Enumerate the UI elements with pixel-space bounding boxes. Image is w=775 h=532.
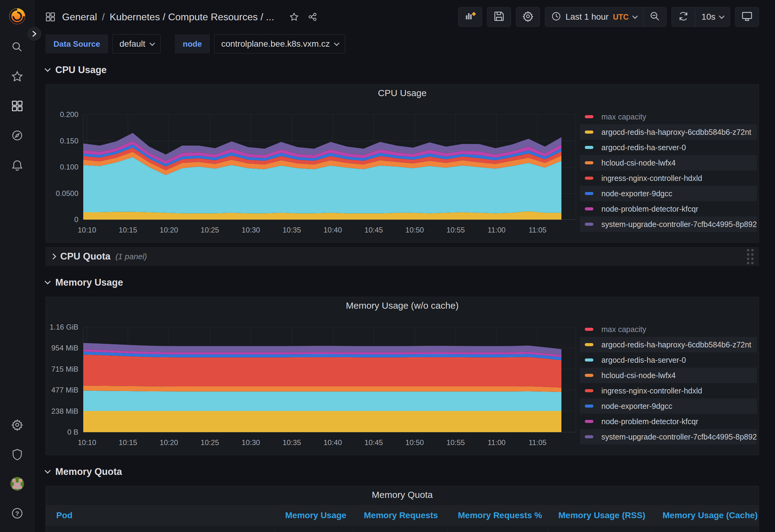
timezone-label: UTC	[613, 13, 628, 22]
legend-item[interactable]: node-problem-detector-kfcqr	[580, 201, 757, 217]
dashboard-header: General / Kubernetes / Compute Resources…	[45, 0, 759, 34]
y-axis-label: 0	[74, 215, 78, 224]
legend-swatch	[585, 374, 593, 377]
legend-item[interactable]: max capacity	[580, 322, 757, 337]
breadcrumb-separator: /	[102, 11, 105, 23]
shield-icon	[11, 448, 23, 461]
legend-item[interactable]: argocd-redis-ha-server-0	[580, 352, 757, 368]
legend-item[interactable]: max capacity	[580, 109, 757, 124]
gear-icon	[11, 419, 23, 432]
datasource-select[interactable]: default	[112, 34, 161, 53]
series-area-ingress-nginx-controller-hdxld	[83, 354, 562, 388]
legend-swatch	[585, 223, 593, 226]
breadcrumb-title[interactable]: Kubernetes / Compute Resources / ...	[110, 11, 274, 23]
section-memory-usage[interactable]: Memory Usage	[45, 275, 759, 290]
cpu-usage-chart[interactable]: 00.05000.1000.1500.20010:1010:1510:2010:…	[48, 100, 580, 241]
node-label: node	[175, 34, 210, 53]
sidebar-item-dashboards[interactable]	[8, 98, 26, 115]
x-axis-label: 10:50	[405, 226, 424, 234]
add-panel-button[interactable]	[458, 7, 482, 27]
kiosk-mode-button[interactable]	[735, 7, 759, 27]
x-axis-label: 11:05	[529, 226, 546, 234]
sidebar-item-explore[interactable]	[8, 127, 26, 145]
legend-label: node-exporter-9dgcc	[601, 402, 672, 411]
dashboards-grid-icon	[45, 12, 55, 22]
save-dashboard-button[interactable]	[487, 7, 511, 27]
x-axis-label: 10:10	[78, 438, 96, 447]
section-title: Memory Usage	[55, 277, 123, 288]
sidebar-item-starred[interactable]	[8, 68, 26, 86]
breadcrumb-folder[interactable]: General	[62, 11, 97, 23]
legend-item[interactable]: system-upgrade-controller-7cfb4c4995-8p8…	[580, 217, 757, 232]
refresh-icon	[678, 11, 689, 23]
dashboard-settings-button[interactable]	[516, 7, 540, 27]
value-cell: 75.48 MiB	[275, 525, 353, 532]
legend-swatch	[585, 146, 593, 149]
node-select[interactable]: controlplane.bee.k8s.vxm.cz	[214, 34, 345, 53]
sidebar: ?	[0, 0, 34, 532]
row-drag-handle[interactable]	[747, 249, 753, 264]
legend-item[interactable]: argocd-redis-ha-haproxy-6cdbb584b6-z72nt	[580, 337, 757, 352]
section-memory-quota[interactable]: Memory Quota	[45, 464, 759, 479]
legend-item[interactable]: hcloud-csi-node-lwfx4	[580, 155, 757, 170]
legend-label: argocd-redis-ha-haproxy-6cdbb584b6-z72nt	[601, 340, 751, 349]
y-axis-label: 238 MiB	[51, 407, 78, 415]
datasource-value: default	[119, 39, 145, 49]
legend-swatch	[585, 420, 593, 423]
save-icon	[494, 11, 505, 23]
monitor-icon	[741, 10, 753, 23]
column-header-memory-usage-rss-[interactable]: Memory Usage (RSS)	[548, 505, 652, 525]
refresh-button[interactable]	[672, 7, 695, 26]
favorite-star-icon[interactable]	[289, 12, 299, 22]
section-cpu-usage[interactable]: CPU Usage	[45, 63, 759, 77]
column-header-memory-usage-cache-[interactable]: Memory Usage (Cache)	[652, 505, 759, 525]
pod-cell: system-upgrade-controller-7cfb4c4995-8p8…	[46, 525, 275, 532]
sidebar-item-settings[interactable]	[8, 417, 26, 434]
zoom-out-button[interactable]	[644, 7, 666, 26]
y-axis-label: 0.0500	[56, 189, 78, 198]
column-header-pod[interactable]: Pod	[46, 505, 275, 525]
legend-swatch	[585, 389, 593, 392]
sidebar-expand-button[interactable]	[28, 27, 41, 41]
panel-title[interactable]: Memory Quota	[46, 488, 759, 502]
legend-item[interactable]: argocd-redis-ha-server-0	[580, 140, 757, 155]
sidebar-item-server-admin[interactable]	[8, 446, 26, 464]
legend-item[interactable]: node-exporter-9dgcc	[580, 186, 757, 201]
y-axis-label: 0.150	[60, 137, 78, 145]
svg-text:?: ?	[15, 510, 19, 517]
value-cell: -	[353, 525, 448, 532]
panel-title[interactable]: Memory Usage (w/o cache)	[48, 299, 756, 312]
legend-item[interactable]: node-exporter-9dgcc	[580, 398, 757, 414]
legend-item[interactable]: argocd-redis-ha-haproxy-6cdbb584b6-z72nt	[580, 124, 757, 140]
column-header-memory-requests-[interactable]: Memory Requests %	[448, 505, 548, 525]
share-icon[interactable]	[308, 12, 317, 22]
legend-item[interactable]: ingress-nginx-controller-hdxld	[580, 170, 757, 186]
time-range-picker[interactable]: Last 1 hour UTC	[545, 7, 643, 26]
y-axis-label: 715 MiB	[51, 365, 78, 373]
sidebar-item-profile[interactable]	[8, 475, 26, 493]
series-area-hcloud-csi-node-lwfx4	[83, 385, 562, 392]
sidebar-item-alerting[interactable]	[8, 157, 26, 174]
column-header-memory-usage[interactable]: Memory Usage	[275, 505, 353, 525]
chevron-down-icon	[632, 13, 638, 19]
x-axis-label: 10:20	[160, 438, 178, 447]
section-cpu-quota[interactable]: CPU Quota (1 panel)	[45, 247, 759, 266]
legend-item[interactable]: hcloud-csi-node-lwfx4	[580, 368, 757, 383]
legend-item[interactable]: node-problem-detector-kfcqr	[580, 414, 757, 429]
sidebar-item-search[interactable]	[8, 39, 26, 57]
legend-label: argocd-redis-ha-haproxy-6cdbb584b6-z72nt	[601, 128, 751, 137]
legend-item[interactable]: ingress-nginx-controller-hdxld	[580, 383, 757, 398]
refresh-interval-picker[interactable]: 10s	[695, 7, 730, 26]
x-axis-label: 10:35	[282, 226, 301, 234]
datasource-label: Data Source	[45, 34, 108, 53]
chevron-right-icon	[50, 253, 56, 260]
grafana-logo[interactable]	[8, 7, 26, 25]
legend-item[interactable]: system-upgrade-controller-7cfb4c4995-8p8…	[580, 429, 757, 444]
panel-title[interactable]: CPU Usage	[48, 86, 756, 100]
x-axis-label: 10:50	[405, 438, 424, 447]
memory-quota-table: PodMemory UsageMemory RequestsMemory Req…	[46, 505, 759, 532]
memory-usage-chart[interactable]: 0 B238 MiB477 MiB715 MiB954 MiB1.16 GiB1…	[48, 312, 580, 454]
x-axis-label: 10:10	[78, 226, 96, 234]
column-header-memory-requests[interactable]: Memory Requests	[353, 505, 448, 525]
sidebar-item-help[interactable]: ?	[8, 505, 26, 523]
